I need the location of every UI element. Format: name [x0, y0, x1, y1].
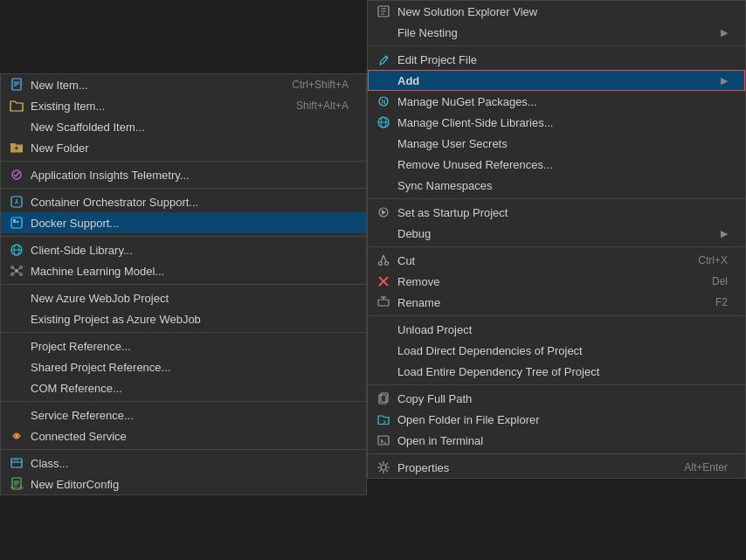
- rename-shortcut: F2: [715, 296, 728, 308]
- menu-item-manage-client-side-libraries[interactable]: Manage Client-Side Libraries...: [368, 112, 745, 133]
- svg-line-45: [381, 255, 383, 262]
- menu-item-project-reference[interactable]: Project Reference...: [1, 335, 366, 356]
- svg-text:N: N: [381, 99, 385, 105]
- menu-item-debug[interactable]: Debug▶: [368, 223, 745, 244]
- ml-model-label: Machine Learning Model...: [31, 265, 349, 278]
- remove-shortcut: Del: [712, 275, 728, 287]
- new-scaffolded-item-icon: [8, 118, 25, 135]
- menu-item-docker-support[interactable]: Docker Support...: [1, 212, 366, 233]
- open-in-terminal-label: Open in Terminal: [397, 434, 728, 447]
- menu-item-load-entire-dep-tree[interactable]: Load Entire Dependency Tree of Project: [368, 361, 745, 382]
- remove-label: Remove: [397, 275, 686, 288]
- existing-azure-webjob-icon: [8, 310, 25, 328]
- client-side-library-icon: [8, 241, 25, 259]
- new-item-icon: [8, 76, 25, 93]
- set-as-startup-project-label: Set as Startup Project: [397, 206, 728, 219]
- unload-project-label: Unload Project: [397, 323, 728, 336]
- properties-label: Properties: [397, 461, 658, 474]
- existing-azure-webjob-label: Existing Project as Azure WebJob: [31, 313, 349, 326]
- svg-text:+: +: [14, 144, 18, 153]
- add-arrow: ▶: [721, 75, 728, 86]
- svg-line-46: [383, 255, 386, 262]
- menu-separator: [368, 315, 745, 316]
- menu-item-remove[interactable]: RemoveDel: [368, 271, 745, 292]
- menu-item-service-reference[interactable]: Service Reference...: [1, 404, 366, 425]
- menu-item-existing-azure-webjob[interactable]: Existing Project as Azure WebJob: [1, 308, 366, 329]
- menu-separator: [368, 198, 745, 199]
- manage-user-secrets-icon: [375, 135, 392, 152]
- menu-item-new-folder[interactable]: +New Folder: [1, 137, 366, 158]
- debug-icon: [375, 225, 392, 242]
- add-label: Add: [397, 74, 712, 87]
- menu-item-sync-namespaces[interactable]: Sync Namespaces: [368, 175, 745, 196]
- manage-nuget-icon: N: [375, 93, 392, 110]
- menu-item-copy-full-path[interactable]: Copy Full Path: [368, 388, 745, 409]
- svg-point-43: [379, 262, 383, 266]
- existing-item-shortcut: Shift+Alt+A: [296, 100, 349, 112]
- menu-item-new-solution-explorer-view[interactable]: New Solution Explorer View: [368, 1, 745, 22]
- menu-item-manage-nuget[interactable]: NManage NuGet Packages...: [368, 91, 745, 112]
- left-context-menu: New Item...Ctrl+Shift+AExisting Item...S…: [0, 73, 367, 495]
- menu-item-edit-project-file[interactable]: Edit Project File: [368, 49, 745, 70]
- menu-item-new-azure-webjob[interactable]: New Azure WebJob Project: [1, 287, 366, 308]
- menu-item-file-nesting[interactable]: File Nesting▶: [368, 22, 745, 43]
- menu-item-existing-item[interactable]: Existing Item...Shift+Alt+A: [1, 95, 366, 116]
- new-azure-webjob-icon: [8, 289, 25, 307]
- remove-unused-references-icon: [375, 156, 392, 173]
- cut-icon: [375, 252, 392, 269]
- svg-point-54: [381, 465, 386, 470]
- menu-item-class[interactable]: C#Class...: [1, 453, 366, 474]
- menu-item-cut[interactable]: CutCtrl+X: [368, 250, 745, 271]
- ml-model-icon: [8, 262, 25, 280]
- menu-item-client-side-library[interactable]: Client-Side Library...: [1, 239, 366, 260]
- menu-separator: [1, 449, 366, 450]
- connected-service-icon: [8, 427, 25, 445]
- menu-item-new-editorconfig[interactable]: .editorconfigNew EditorConfig: [1, 474, 366, 494]
- menu-item-shared-project-reference[interactable]: Shared Project Reference...: [1, 356, 366, 377]
- menu-item-remove-unused-references[interactable]: Remove Unused References...: [368, 154, 745, 175]
- menu-item-connected-service[interactable]: Connected Service: [1, 425, 366, 446]
- service-reference-label: Service Reference...: [31, 409, 349, 422]
- service-reference-icon: [8, 406, 25, 424]
- menu-item-load-direct-deps[interactable]: Load Direct Dependencies of Project: [368, 340, 745, 361]
- load-entire-dep-tree-label: Load Entire Dependency Tree of Project: [397, 365, 728, 378]
- menu-item-unload-project[interactable]: Unload Project: [368, 319, 745, 340]
- menu-item-container-orchestrator[interactable]: Container Orchestrator Support...: [1, 191, 366, 212]
- menu-separator: [1, 161, 366, 162]
- set-as-startup-project-icon: [375, 204, 392, 221]
- menu-item-new-item[interactable]: New Item...Ctrl+Shift+A: [1, 74, 366, 95]
- menu-item-ml-model[interactable]: Machine Learning Model...: [1, 260, 366, 281]
- svg-line-19: [13, 268, 16, 271]
- docker-support-icon: [8, 214, 25, 232]
- menu-item-new-scaffolded-item[interactable]: New Scaffolded Item...: [1, 116, 366, 137]
- menu-item-open-folder-in-file-explorer[interactable]: Open Folder in File Explorer: [368, 409, 745, 430]
- debug-arrow: ▶: [721, 228, 728, 239]
- rename-icon: [375, 294, 392, 311]
- menu-separator: [368, 45, 745, 46]
- menu-item-properties[interactable]: PropertiesAlt+Enter: [368, 457, 745, 478]
- connected-service-label: Connected Service: [31, 430, 349, 443]
- menu-item-app-insights[interactable]: Application Insights Telemetry...: [1, 164, 366, 185]
- new-folder-icon: +: [8, 139, 25, 156]
- remove-icon: [375, 273, 392, 290]
- menu-item-com-reference[interactable]: COM Reference...: [1, 377, 366, 398]
- com-reference-icon: [8, 379, 25, 397]
- menu-separator: [368, 246, 745, 247]
- menu-item-manage-user-secrets[interactable]: Manage User Secrets: [368, 133, 745, 154]
- app-insights-label: Application Insights Telemetry...: [31, 169, 349, 182]
- com-reference-label: COM Reference...: [31, 382, 349, 395]
- client-side-library-label: Client-Side Library...: [31, 244, 349, 257]
- unload-project-icon: [375, 321, 392, 338]
- new-solution-explorer-view-icon: [375, 3, 392, 20]
- svg-rect-8: [13, 221, 16, 223]
- manage-client-side-libraries-label: Manage Client-Side Libraries...: [397, 116, 728, 129]
- menu-item-open-in-terminal[interactable]: Open in Terminal: [368, 430, 745, 451]
- project-reference-icon: [8, 337, 25, 355]
- menu-item-add[interactable]: Add▶: [368, 70, 745, 91]
- load-direct-deps-label: Load Direct Dependencies of Project: [397, 344, 728, 357]
- cut-label: Cut: [397, 254, 672, 267]
- svg-point-23: [15, 434, 18, 438]
- menu-separator: [1, 284, 366, 285]
- menu-item-set-as-startup-project[interactable]: Set as Startup Project: [368, 202, 745, 223]
- menu-item-rename[interactable]: RenameF2: [368, 292, 745, 313]
